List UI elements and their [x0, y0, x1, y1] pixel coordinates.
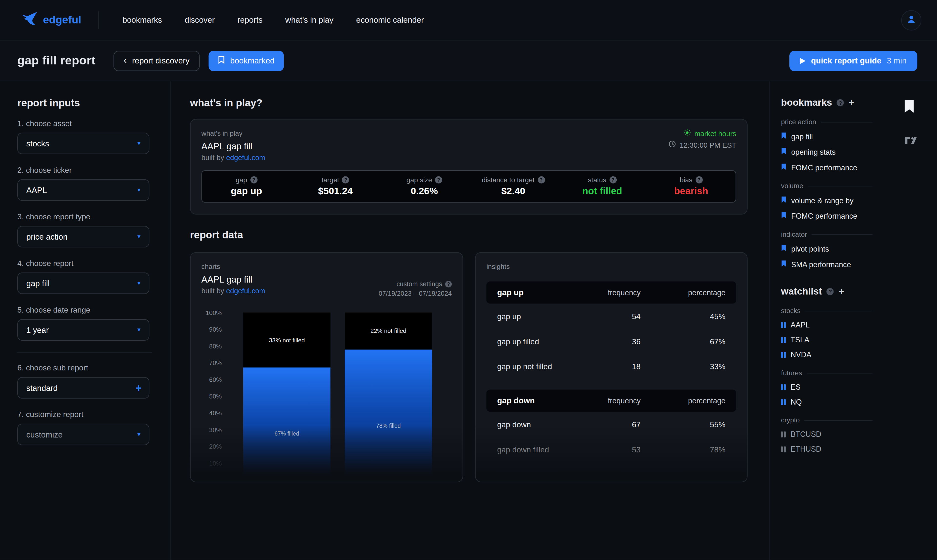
- quick-report-guide-button[interactable]: quick report guide 3 min: [789, 51, 917, 71]
- report-data-cards: charts AAPL gap fill built by edgeful.co…: [190, 252, 769, 482]
- report-discovery-button[interactable]: ‹ report discovery: [114, 51, 200, 71]
- watchlist-item-btcusd[interactable]: BTCUSD: [781, 430, 872, 438]
- bookmark-item-sma-performance[interactable]: SMA performance: [781, 260, 872, 269]
- customize-select[interactable]: customize ▼: [17, 424, 149, 445]
- bar-filled-segment: 78% filled: [345, 349, 432, 480]
- bar-not-filled-segment: 22% not filled: [345, 312, 432, 349]
- bookmark-icon: [781, 148, 786, 157]
- bookmark-group-price-action: price action: [781, 118, 872, 125]
- add-bookmark-button[interactable]: +: [849, 98, 854, 108]
- nav-link-reports[interactable]: reports: [237, 15, 263, 25]
- bookmark-icon: [218, 55, 225, 66]
- bookmark-icon: [781, 245, 786, 254]
- nav-link-whats-in-play[interactable]: what's in play: [285, 15, 333, 25]
- nav-link-bookmarks[interactable]: bookmarks: [123, 15, 162, 25]
- field-label-asset: 1. choose asset: [17, 119, 152, 128]
- asset-select[interactable]: stocks ▼: [17, 133, 149, 154]
- help-icon[interactable]: ?: [837, 99, 844, 106]
- help-icon[interactable]: ?: [695, 176, 703, 183]
- help-icon[interactable]: ?: [537, 176, 545, 183]
- main-content: what's in play? what's in play AAPL gap …: [171, 81, 769, 560]
- price-levels-icon: [781, 337, 786, 343]
- ticker-select[interactable]: AAPL ▼: [17, 179, 149, 201]
- page-header: gap fill report ‹ report discovery bookm…: [0, 41, 937, 82]
- watchlist-item-es[interactable]: ES: [781, 383, 872, 391]
- chevron-down-icon: ▼: [136, 280, 142, 286]
- help-icon[interactable]: ?: [609, 176, 616, 183]
- field-label-date-range: 5. choose date range: [17, 305, 152, 314]
- time-row: 12:30:00 PM EST: [669, 140, 736, 149]
- nav-link-economic-calender[interactable]: economic calender: [356, 15, 424, 25]
- y-tick: 10%: [201, 460, 222, 466]
- y-tick: 30%: [201, 426, 222, 433]
- guide-duration: 3 min: [887, 56, 906, 65]
- gap-down-bar: 22% not filled 78% filled: [345, 312, 432, 480]
- clock-icon: [669, 140, 676, 149]
- bookmarks-panel-toggle[interactable]: [903, 99, 915, 116]
- watchlist-group-stocks: stocks: [781, 307, 872, 314]
- bookmarked-button[interactable]: bookmarked: [209, 51, 284, 71]
- help-icon[interactable]: ?: [827, 288, 834, 295]
- help-icon[interactable]: ?: [445, 281, 452, 287]
- edgeful-link[interactable]: edgeful.com: [226, 287, 265, 295]
- bookmark-item-opening-stats[interactable]: opening stats: [781, 148, 872, 157]
- bookmark-group-volume: volume: [781, 182, 872, 189]
- bookmark-icon: [903, 105, 915, 115]
- help-icon[interactable]: ?: [250, 176, 257, 183]
- bookmark-item-gap-fill[interactable]: gap fill: [781, 132, 872, 141]
- bookmark-item-fomc-performance[interactable]: FOMC performance: [781, 163, 872, 172]
- bar-filled-segment: 67% filled: [243, 368, 331, 480]
- bar-not-filled-segment: 33% not filled: [243, 312, 331, 368]
- page-title: gap fill report: [17, 54, 95, 67]
- watchlist-item-nq[interactable]: NQ: [781, 398, 872, 406]
- date-range-select[interactable]: 1 year ▼: [17, 319, 149, 341]
- y-tick: 80%: [201, 342, 222, 349]
- watchlist-item-tsla[interactable]: TSLA: [781, 336, 872, 344]
- chevron-down-icon: ▼: [136, 140, 142, 146]
- price-levels-icon: [781, 399, 786, 405]
- bookmark-item-volume-range[interactable]: volume & range by: [781, 196, 872, 205]
- report-data-section-title: report data: [190, 229, 769, 242]
- table-row: gap down 67 55%: [486, 412, 736, 437]
- price-levels-icon: [781, 431, 786, 437]
- sun-icon: [684, 129, 691, 138]
- report-select[interactable]: gap fill ▼: [17, 272, 149, 294]
- add-watchlist-button[interactable]: +: [839, 287, 844, 297]
- watchlist-item-nvda[interactable]: NVDA: [781, 351, 872, 359]
- bookmark-item-fomc-performance[interactable]: FOMC performance: [781, 212, 872, 221]
- help-icon[interactable]: ?: [435, 176, 442, 183]
- sub-report-select[interactable]: standard +: [17, 377, 149, 398]
- chart-date-range: 07/19/2023 – 07/19/2024: [379, 290, 452, 297]
- field-label-customize: 7. customize report: [17, 410, 152, 419]
- field-label-report: 4. choose report: [17, 258, 152, 268]
- play-icon: [800, 58, 806, 63]
- watchlist-item-ethusd[interactable]: ETHUSD: [781, 445, 872, 453]
- watchlist-item-aapl[interactable]: AAPL: [781, 321, 872, 329]
- custom-settings-row: custom settings ?: [379, 280, 452, 288]
- field-label-sub-report: 6. choose sub report: [17, 363, 152, 372]
- watchlist-group-crypto: crypto: [781, 417, 872, 424]
- help-icon[interactable]: ?: [342, 176, 349, 183]
- user-avatar[interactable]: [901, 10, 922, 30]
- report-inputs-title: report inputs: [17, 97, 152, 109]
- tradingview-icon[interactable]: [903, 133, 918, 149]
- stat-distance-to-target: distance to target? $2.40: [469, 176, 558, 197]
- card-label: what's in play: [201, 129, 736, 137]
- charts-card-header: charts AAPL gap fill built by edgeful.co…: [201, 263, 265, 297]
- insights-card: insights gap up frequency percentage gap…: [475, 252, 748, 482]
- price-levels-icon: [781, 384, 786, 390]
- gap-fill-bar-chart: 100% 90% 80% 70% 60% 50% 40% 30% 20% 10%…: [201, 309, 452, 482]
- table-row: gap up filled 36 67%: [486, 329, 736, 354]
- table-row: gap up 54 45%: [486, 303, 736, 329]
- bookmark-item-pivot-points[interactable]: pivot points: [781, 245, 872, 254]
- chevron-down-icon: ▼: [136, 234, 142, 240]
- stat-gap: gap? gap up: [202, 176, 291, 197]
- report-type-select[interactable]: price action ▼: [17, 226, 149, 248]
- brand-logo[interactable]: edgeful: [21, 11, 81, 29]
- nav-link-discover[interactable]: discover: [185, 15, 215, 25]
- gap-up-bar: 33% not filled 67% filled: [243, 312, 331, 480]
- stats-panel: gap? gap up target? $501.24 gap size? 0.…: [201, 170, 736, 203]
- y-tick: 70%: [201, 359, 222, 366]
- plus-icon: +: [136, 383, 142, 393]
- edgeful-link[interactable]: edgeful.com: [226, 154, 265, 162]
